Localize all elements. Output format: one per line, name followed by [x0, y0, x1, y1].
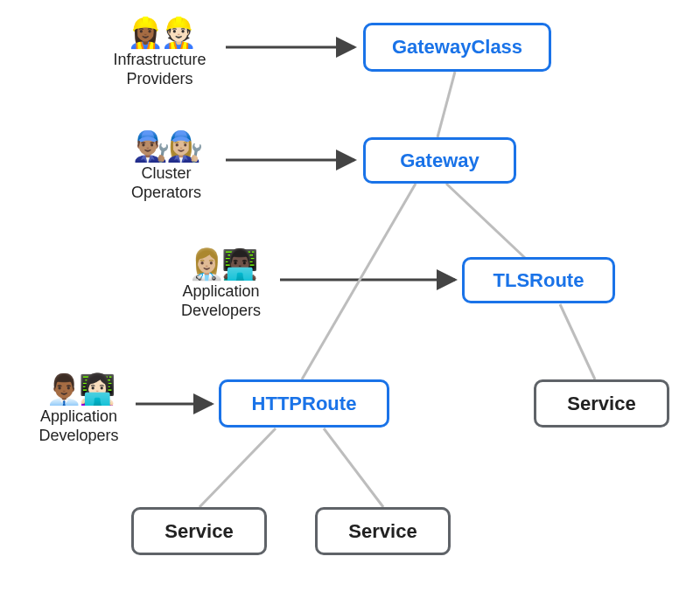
- node-label: HTTPRoute: [252, 393, 357, 415]
- edge-tlsroute-service: [560, 304, 595, 379]
- persona-application-developers-tls: 👩🏼‍⚕️👨🏿‍💻 Application Developers: [166, 249, 276, 320]
- persona-cluster-operators: 👨🏽‍🔧👩🏼‍🔧 Cluster Operators: [114, 131, 219, 202]
- persona-label: Cluster Operators: [114, 164, 219, 202]
- persona-label: Application Developers: [26, 407, 131, 445]
- node-service-http-1: Service: [131, 507, 267, 555]
- node-gatewayclass: GatewayClass: [363, 23, 551, 72]
- persona-emoji-icon: 👨🏾‍💼👩🏻‍💻: [26, 374, 131, 404]
- persona-infrastructure-providers: 👷🏾‍♀️👷🏻 Infrastructure Providers: [96, 17, 223, 88]
- node-tlsroute: TLSRoute: [462, 257, 615, 303]
- node-gateway: Gateway: [363, 137, 516, 184]
- node-label: Service: [567, 393, 635, 415]
- node-service-tls: Service: [534, 379, 669, 428]
- node-label: GatewayClass: [392, 36, 522, 59]
- persona-emoji-icon: 👷🏾‍♀️👷🏻: [96, 17, 223, 47]
- persona-emoji-icon: 👨🏽‍🔧👩🏼‍🔧: [114, 131, 219, 161]
- node-label: TLSRoute: [494, 269, 584, 292]
- node-label: Gateway: [400, 150, 480, 172]
- edge-httproute-service1: [200, 428, 276, 507]
- persona-label: Application Developers: [166, 282, 276, 320]
- node-label: Service: [164, 520, 233, 543]
- edge-gatewayclass-gateway: [438, 72, 455, 137]
- node-httproute: HTTPRoute: [219, 379, 389, 428]
- edge-gateway-httproute: [302, 184, 416, 379]
- node-label: Service: [348, 520, 416, 543]
- edge-gateway-tlsroute: [446, 184, 525, 258]
- persona-emoji-icon: 👩🏼‍⚕️👨🏿‍💻: [166, 249, 276, 279]
- persona-label: Infrastructure Providers: [96, 51, 223, 88]
- persona-application-developers-http: 👨🏾‍💼👩🏻‍💻 Application Developers: [26, 374, 131, 445]
- edge-httproute-service2: [324, 428, 383, 507]
- node-service-http-2: Service: [315, 507, 451, 555]
